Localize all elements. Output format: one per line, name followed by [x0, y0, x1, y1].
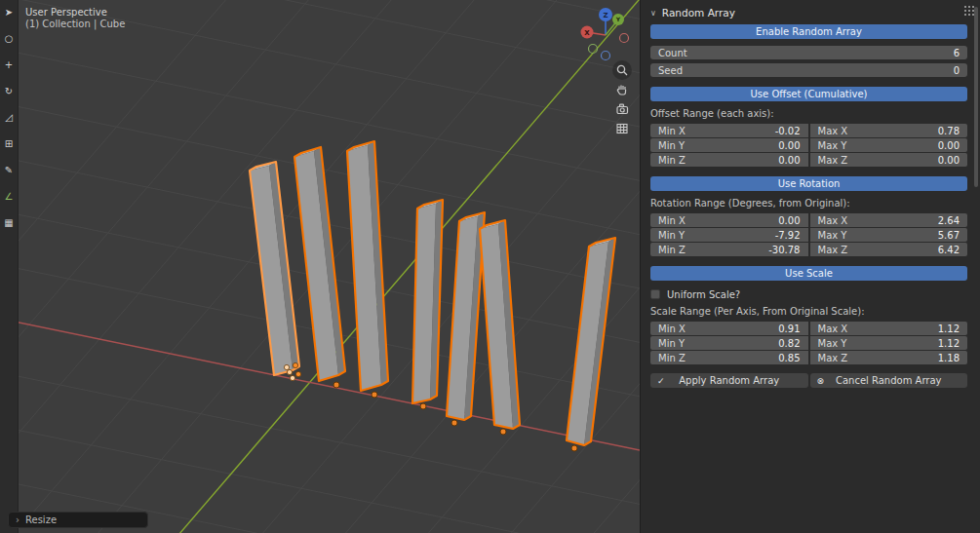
- origin-dot: [287, 369, 292, 374]
- offset-min-y-field[interactable]: Min Y 0.00: [650, 138, 808, 152]
- count-value: 6: [954, 48, 960, 58]
- expand-chevron-icon: ›: [16, 514, 20, 525]
- cancel-circle-icon: ⊗: [817, 376, 825, 386]
- scale-range-rows: Min X 0.91 Max X 1.12 Min Y 0.82 Max Y 1…: [650, 322, 967, 364]
- viewport-info-overlay: User Perspective (1) Collection | Cube: [25, 7, 125, 30]
- rotation-min-x-field[interactable]: Min X 0.00: [650, 213, 808, 227]
- offset-min-x-field[interactable]: Min X -0.02: [650, 124, 808, 137]
- seed-value: 0: [954, 65, 960, 76]
- apply-cancel-row: ✓ Apply Random Array ⊗ Cancel Random Arr…: [650, 373, 967, 388]
- panel-header[interactable]: ∨ Random Array: [650, 4, 967, 21]
- origin-dot: [372, 392, 377, 398]
- count-label: Count: [658, 48, 687, 58]
- orthographic-grid-icon[interactable]: [612, 119, 632, 138]
- uniform-scale-label: Uniform Scale?: [667, 289, 740, 300]
- rotation-max-y-field[interactable]: Max Y 5.67: [810, 228, 968, 242]
- pan-hand-icon[interactable]: [612, 80, 632, 99]
- blender-window: User Perspective (1) Collection | Cube ➤…: [0, 0, 980, 533]
- operator-panel-resize[interactable]: › Resize: [8, 512, 148, 528]
- enable-random-array-button[interactable]: Enable Random Array: [650, 24, 967, 39]
- cursor-tool-icon[interactable]: ○: [1, 30, 18, 47]
- collection-breadcrumb: (1) Collection | Cube: [25, 19, 125, 30]
- origin-dot: [293, 362, 297, 367]
- origin-dot: [571, 445, 577, 451]
- scale-x-row: Min X 0.91 Max X 1.12: [650, 322, 967, 335]
- gizmo-neg-x-ball[interactable]: [620, 34, 629, 43]
- scale-max-z-field[interactable]: Max Z 1.18: [810, 351, 968, 364]
- panel-scrollbar[interactable]: [974, 7, 978, 187]
- rotation-z-row: Min Z -30.78 Max Z 6.42: [650, 243, 967, 256]
- origin-dot: [295, 371, 300, 376]
- editor-menu-dots-icon[interactable]: [963, 5, 974, 16]
- viewport-nav-buttons: [612, 60, 632, 138]
- scale-tool-icon[interactable]: ◿: [1, 109, 18, 126]
- scale-max-x-field[interactable]: Max X 1.12: [810, 322, 968, 335]
- origin-dot: [420, 403, 426, 409]
- annotate-tool-icon[interactable]: ✎: [1, 162, 18, 178]
- scale-y-row: Min Y 0.82 Max Y 1.12: [650, 336, 967, 350]
- rotation-y-row: Min Y -7.92 Max Y 5.67: [650, 228, 967, 242]
- offset-z-row: Min Z 0.00 Max Z 0.00: [650, 153, 967, 167]
- gizmo-x-label: X: [584, 29, 590, 37]
- check-icon: ✓: [657, 376, 665, 386]
- use-scale-button[interactable]: Use Scale: [650, 266, 967, 281]
- scale-z-row: Min Z 0.85 Max Z 1.18: [650, 351, 967, 364]
- origin-dot: [333, 382, 339, 388]
- select-tool-icon[interactable]: ➤: [1, 4, 18, 20]
- rotate-tool-icon[interactable]: ↻: [1, 83, 18, 99]
- rotation-min-y-field[interactable]: Min Y -7.92: [650, 228, 808, 242]
- rotation-x-row: Min X 0.00 Max X 2.64: [650, 213, 967, 227]
- scale-max-y-field[interactable]: Max Y 1.12: [810, 336, 968, 350]
- operator-panel-label: Resize: [25, 514, 57, 525]
- random-array-panel: ∨ Random Array Enable Random Array Count…: [640, 0, 980, 533]
- gizmo-z-label: Z: [603, 12, 608, 19]
- perspective-label: User Perspective: [25, 7, 125, 19]
- offset-max-x-field[interactable]: Max X 0.78: [810, 124, 968, 137]
- origin-dot: [451, 420, 457, 426]
- gizmo-neg-z-ball[interactable]: [602, 52, 610, 60]
- transform-tool-icon[interactable]: ⊞: [1, 135, 18, 152]
- scale-range-heading: Scale Range (Per Axis, From Original Sca…: [650, 306, 967, 317]
- seed-field[interactable]: Seed 0: [650, 63, 967, 77]
- origin-dot: [290, 375, 294, 380]
- offset-max-z-field[interactable]: Max Z 0.00: [810, 153, 968, 167]
- gizmo-neg-y-ball[interactable]: [589, 45, 598, 54]
- rotation-range-rows: Min X 0.00 Max X 2.64 Min Y -7.92 Max Y …: [650, 213, 967, 256]
- origin-dot: [500, 429, 506, 435]
- scale-min-x-field[interactable]: Min X 0.91: [650, 322, 808, 335]
- count-field[interactable]: Count 6: [650, 46, 967, 59]
- gizmo-y-label: Y: [615, 16, 621, 22]
- camera-view-icon[interactable]: [612, 99, 632, 119]
- collapse-chevron-icon[interactable]: ∨: [650, 9, 656, 18]
- scale-min-y-field[interactable]: Min Y 0.82: [650, 336, 808, 350]
- uniform-scale-checkbox[interactable]: [650, 289, 660, 299]
- use-rotation-button[interactable]: Use Rotation: [650, 176, 967, 191]
- origin-dot: [284, 364, 289, 369]
- use-offset-button[interactable]: Use Offset (Cumulative): [650, 87, 967, 101]
- rotation-min-z-field[interactable]: Min Z -30.78: [650, 243, 808, 256]
- offset-y-row: Min Y 0.00 Max Y 0.00: [650, 138, 967, 152]
- apply-random-array-button[interactable]: ✓ Apply Random Array: [650, 373, 808, 388]
- offset-range-heading: Offset Range (each axis):: [650, 108, 967, 119]
- scale-min-z-field[interactable]: Min Z 0.85: [650, 351, 808, 364]
- move-tool-icon[interactable]: +: [1, 57, 18, 73]
- offset-max-y-field[interactable]: Max Y 0.00: [810, 138, 968, 152]
- rotation-range-heading: Rotation Range (Degrees, from Original):: [650, 198, 967, 209]
- navigation-gizmo[interactable]: Z X Y: [579, 4, 636, 64]
- 3d-viewport[interactable]: [0, 0, 640, 533]
- offset-min-z-field[interactable]: Min Z 0.00: [650, 153, 808, 167]
- offset-x-row: Min X -0.02 Max X 0.78: [650, 124, 967, 137]
- rotation-max-x-field[interactable]: Max X 2.64: [810, 213, 968, 227]
- offset-range-rows: Min X -0.02 Max X 0.78 Min Y 0.00 Max Y …: [650, 124, 967, 167]
- panel-title: Random Array: [662, 7, 735, 19]
- measure-tool-icon[interactable]: ∠: [1, 188, 18, 205]
- uniform-scale-row: Uniform Scale?: [650, 288, 967, 300]
- zoom-icon[interactable]: [612, 60, 632, 80]
- rotation-max-z-field[interactable]: Max Z 6.42: [810, 243, 968, 256]
- add-cube-tool-icon[interactable]: ▦: [1, 214, 18, 231]
- seed-label: Seed: [658, 65, 683, 76]
- array-cube-4[interactable]: [412, 200, 443, 403]
- tool-shelf: ➤ ○ + ↻ ◿ ⊞ ✎ ∠ ▦: [0, 0, 19, 533]
- cancel-random-array-button[interactable]: ⊗ Cancel Random Array: [810, 373, 968, 388]
